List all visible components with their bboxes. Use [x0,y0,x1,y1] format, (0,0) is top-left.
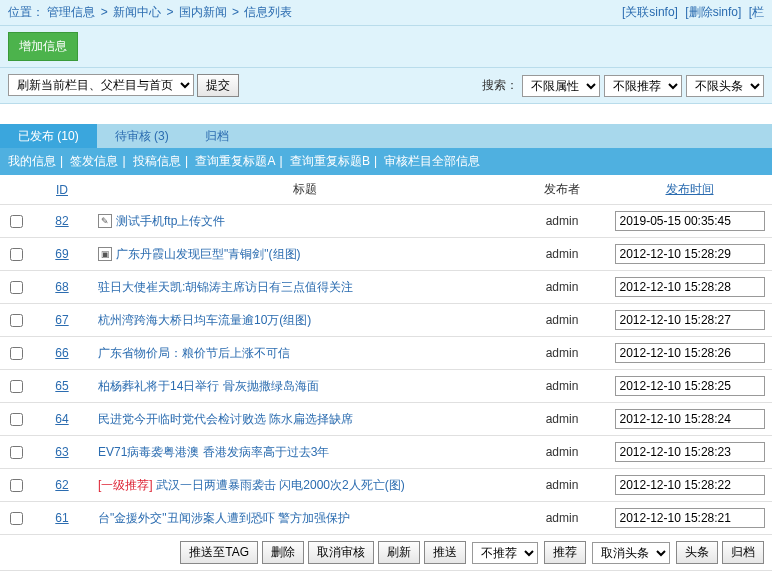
filter-row: 我的信息| 签发信息| 投稿信息| 查询重复标题A| 查询重复标题B| 审核栏目… [0,148,772,175]
row-publisher: admin [517,403,607,436]
link-delete-sinfo[interactable]: [删除sinfo] [685,5,741,19]
table-row: 64民进党今开临时党代会检讨败选 陈水扁选择缺席admin [0,403,772,436]
crumb-item[interactable]: 信息列表 [244,5,292,19]
row-time-input[interactable] [615,475,765,495]
filter-sign[interactable]: 签发信息 [70,154,118,168]
row-title-link[interactable]: EV71病毒袭粤港澳 香港发病率高于过去3年 [98,445,329,459]
tabs: 已发布 (10) 待审核 (3) 归档 [0,124,772,148]
headline-select[interactable]: 取消头条 [592,542,670,564]
link-col[interactable]: [栏 [749,5,764,19]
row-id-link[interactable]: 82 [55,214,68,228]
row-title-link[interactable]: 测试手机ftp上传文件 [116,214,225,228]
row-title-link[interactable]: 武汉一日两遭暴雨袭击 闪电2000次2人死亡(图) [156,478,405,492]
row-id-link[interactable]: 63 [55,445,68,459]
row-time-input[interactable] [615,277,765,297]
crumb-item[interactable]: 新闻中心 [113,5,161,19]
filter-dup-b[interactable]: 查询重复标题B [290,154,370,168]
search-attr-select[interactable]: 不限属性 [522,75,600,97]
archive-button[interactable]: 归档 [722,541,764,564]
col-title: 标题 [92,175,517,205]
row-publisher: admin [517,436,607,469]
sort-id[interactable]: ID [56,183,68,197]
row-publisher: admin [517,469,607,502]
row-title-link[interactable]: 广东省物价局：粮价节后上涨不可信 [98,346,290,360]
headline-button[interactable]: 头条 [676,541,718,564]
row-title-link[interactable]: 台"金援外交"丑闻涉案人遭到恐吓 警方加强保护 [98,511,350,525]
row-title-link[interactable]: 驻日大使崔天凯:胡锦涛主席访日有三点值得关注 [98,280,353,294]
table-row: 82✎测试手机ftp上传文件admin [0,205,772,238]
tab-pending[interactable]: 待审核 (3) [97,124,187,148]
link-assoc-sinfo[interactable]: [关联sinfo] [622,5,678,19]
search-head-select[interactable]: 不限头条 [686,75,764,97]
row-checkbox[interactable] [10,413,23,426]
row-checkbox[interactable] [10,512,23,525]
row-title-link[interactable]: 民进党今开临时党代会检讨败选 陈水扁选择缺席 [98,412,353,426]
row-time-input[interactable] [615,310,765,330]
table-row: 61台"金援外交"丑闻涉案人遭到恐吓 警方加强保护admin [0,502,772,535]
row-id-link[interactable]: 65 [55,379,68,393]
info-table: ID 标题 发布者 发布时间 82✎测试手机ftp上传文件admin69▣广东丹… [0,175,772,535]
table-row: 65柏杨葬礼将于14日举行 骨灰抛撒绿岛海面admin [0,370,772,403]
recommend-select[interactable]: 不推荐 [472,542,538,564]
filter-submit[interactable]: 投稿信息 [133,154,181,168]
crumb-item[interactable]: 管理信息 [47,5,95,19]
row-id-link[interactable]: 64 [55,412,68,426]
tab-archived[interactable]: 归档 [187,124,247,148]
row-publisher: admin [517,238,607,271]
row-title-link[interactable]: 杭州湾跨海大桥日均车流量逾10万(组图) [98,313,311,327]
toolbar: 刷新当前栏目、父栏目与首页 提交 搜索： 不限属性 不限推荐 不限头条 [0,68,772,104]
sort-time[interactable]: 发布时间 [666,182,714,196]
crumb-item[interactable]: 国内新闻 [179,5,227,19]
row-checkbox[interactable] [10,479,23,492]
image-icon: ▣ [98,247,112,261]
search-rec-select[interactable]: 不限推荐 [604,75,682,97]
row-checkbox[interactable] [10,347,23,360]
row-checkbox[interactable] [10,446,23,459]
row-time-input[interactable] [615,244,765,264]
row-time-input[interactable] [615,508,765,528]
add-info-button[interactable]: 增加信息 [8,32,78,61]
table-row: 67杭州湾跨海大桥日均车流量逾10万(组图)admin [0,304,772,337]
row-publisher: admin [517,337,607,370]
row-checkbox[interactable] [10,281,23,294]
filter-audit-all[interactable]: 审核栏目全部信息 [384,154,480,168]
row-time-input[interactable] [615,376,765,396]
row-checkbox[interactable] [10,248,23,261]
batch-actions: 推送至TAG 删除 取消审核 刷新 推送 不推荐 推荐 取消头条 头条 归档 [0,535,772,571]
table-header-row: ID 标题 发布者 发布时间 [0,175,772,205]
refresh-button[interactable]: 刷新 [378,541,420,564]
row-id-link[interactable]: 68 [55,280,68,294]
breadcrumb: 位置： 管理信息 > 新闻中心 > 国内新闻 > 信息列表 [8,4,292,21]
breadcrumb-label: 位置： [8,5,44,19]
table-row: 69▣广东丹霞山发现巨型"青铜剑"(组图)admin [0,238,772,271]
row-id-link[interactable]: 66 [55,346,68,360]
row-id-link[interactable]: 69 [55,247,68,261]
row-publisher: admin [517,370,607,403]
row-time-input[interactable] [615,442,765,462]
row-time-input[interactable] [615,343,765,363]
row-checkbox[interactable] [10,380,23,393]
refresh-scope-select[interactable]: 刷新当前栏目、父栏目与首页 [8,74,194,96]
row-time-input[interactable] [615,409,765,429]
cancel-audit-button[interactable]: 取消审核 [308,541,374,564]
row-checkbox[interactable] [10,314,23,327]
row-publisher: admin [517,304,607,337]
delete-button[interactable]: 删除 [262,541,304,564]
row-time-input[interactable] [615,211,765,231]
tab-published[interactable]: 已发布 (10) [0,124,97,148]
row-checkbox[interactable] [10,215,23,228]
recommend-button[interactable]: 推荐 [544,541,586,564]
push-tag-button[interactable]: 推送至TAG [180,541,258,564]
filter-my[interactable]: 我的信息 [8,154,56,168]
row-title-link[interactable]: 广东丹霞山发现巨型"青铜剑"(组图) [116,247,301,261]
filter-dup-a[interactable]: 查询重复标题A [195,154,275,168]
search-group: 搜索： 不限属性 不限推荐 不限头条 [482,75,764,97]
push-button[interactable]: 推送 [424,541,466,564]
table-row: 62[一级推荐] 武汉一日两遭暴雨袭击 闪电2000次2人死亡(图)admin [0,469,772,502]
row-id-link[interactable]: 62 [55,478,68,492]
row-id-link[interactable]: 67 [55,313,68,327]
row-title-link[interactable]: 柏杨葬礼将于14日举行 骨灰抛撒绿岛海面 [98,379,319,393]
row-id-link[interactable]: 61 [55,511,68,525]
refresh-submit-button[interactable]: 提交 [197,74,239,97]
document-icon: ✎ [98,214,112,228]
